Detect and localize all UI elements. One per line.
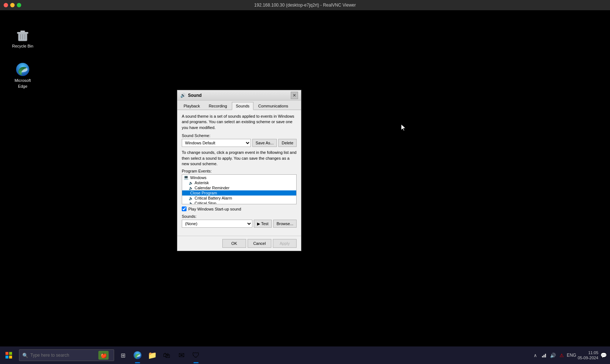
description-text: A sound theme is a set of sounds applied…: [182, 114, 297, 130]
minimize-dot[interactable]: [10, 3, 15, 7]
ok-button[interactable]: OK: [222, 239, 246, 248]
taskbar-edge-icon: [133, 351, 142, 360]
task-view-icon: ⊞: [121, 352, 125, 359]
edge-icon-img: [15, 62, 30, 77]
svg-rect-14: [545, 354, 546, 357]
sound-icon: 🔊: [180, 93, 186, 98]
sound-indicator-stop: 🔈: [189, 201, 193, 205]
events-list[interactable]: 💻 Windows 🔈 Asterisk 🔈 Calendar Reminder…: [182, 174, 297, 204]
svg-rect-7: [5, 352, 8, 355]
titlebar: 192.168.100.30 (desktop-e7jq2rt) - RealV…: [0, 0, 610, 10]
sound-dialog: 🔊 Sound ✕ Playback Recording Sounds Comm…: [177, 90, 301, 251]
taskbar-edge-button[interactable]: [130, 346, 145, 364]
test-button[interactable]: ▶ Test: [254, 220, 272, 228]
cursor: [401, 124, 406, 131]
window-controls[interactable]: [4, 3, 21, 7]
sounds-label: Sounds:: [182, 214, 297, 219]
system-tray: ∧ 🔊 ⚠ ENG 11:05 05-09-2024 💬: [532, 350, 610, 361]
edge-active-indicator: [135, 362, 140, 363]
play-icon: ▶: [257, 221, 260, 226]
notification-center-button[interactable]: 💬: [600, 352, 607, 359]
taskbar-shield-icon: 🛡: [192, 351, 200, 360]
search-icon: 🔍: [22, 353, 28, 358]
tray-chevron[interactable]: ∧: [532, 352, 539, 359]
instruction-text: To change sounds, click a program event …: [182, 150, 297, 167]
sound-scheme-label: Sound Scheme:: [182, 133, 297, 138]
dialog-close-button[interactable]: ✕: [291, 92, 298, 99]
tray-network-icon[interactable]: [541, 352, 548, 359]
tabs-bar: Playback Recording Sounds Communications: [177, 101, 301, 110]
svg-rect-10: [9, 356, 12, 359]
scheme-select[interactable]: Windows Default: [182, 139, 251, 147]
edge-label-line2: Edge: [18, 84, 27, 88]
edge-label-line1: Microsoft: [15, 78, 31, 83]
task-view-button[interactable]: ⊞: [116, 346, 130, 364]
startup-sound-label: Play Windows Start-up sound: [188, 207, 241, 211]
startup-sound-row: Play Windows Start-up sound: [182, 206, 297, 211]
svg-rect-2: [20, 31, 25, 32]
taskbar-mail-icon: ✉: [178, 351, 185, 360]
search-bar[interactable]: 🔍 🍎: [19, 349, 114, 361]
tray-volume-icon[interactable]: 🔊: [549, 352, 557, 359]
event-item-close-program[interactable]: Close Program: [182, 190, 296, 196]
event-item-calendar-reminder[interactable]: 🔈 Calendar Reminder: [182, 185, 296, 190]
sounds-select[interactable]: (None): [182, 220, 252, 228]
svg-rect-13: [543, 355, 545, 357]
tray-warning-icon[interactable]: ⚠: [558, 352, 565, 359]
taskbar-explorer-button[interactable]: 📁: [145, 346, 159, 364]
search-input[interactable]: [30, 353, 96, 358]
tray-date: 05-09-2024: [578, 355, 598, 360]
svg-rect-12: [542, 356, 543, 357]
tab-sounds[interactable]: Sounds: [232, 102, 253, 110]
sounds-row: (None) ▶ Test Browse...: [182, 220, 297, 228]
delete-button[interactable]: Delete: [278, 139, 297, 147]
startup-sound-checkbox[interactable]: [182, 206, 187, 211]
svg-rect-8: [9, 352, 12, 355]
scheme-row: Windows Default Save As... Delete: [182, 139, 297, 147]
save-as-button[interactable]: Save As...: [252, 139, 277, 147]
recycle-bin-icon-img: [15, 28, 30, 42]
start-button[interactable]: [0, 346, 18, 364]
network-svg-icon: [541, 352, 547, 358]
sound-indicator-battery: 🔈: [189, 196, 193, 200]
browse-button[interactable]: Browse...: [273, 220, 297, 228]
svg-rect-1: [17, 32, 28, 34]
program-events-label: Program Events:: [182, 169, 297, 173]
event-group-windows[interactable]: 💻 Windows: [182, 175, 296, 180]
sound-indicator-calendar: 🔈: [189, 186, 193, 190]
dialog-footer: OK Cancel Apply: [177, 236, 301, 251]
event-item-asterisk[interactable]: 🔈 Asterisk: [182, 180, 296, 185]
close-dot[interactable]: [4, 3, 8, 7]
dialog-titlebar: 🔊 Sound ✕: [177, 90, 301, 101]
event-item-critical-stop[interactable]: 🔈 Critical Stop: [182, 201, 296, 204]
shield-active-indicator: [193, 362, 199, 363]
taskbar-store-icon: 🛍: [163, 351, 170, 360]
taskbar-store-button[interactable]: 🛍: [159, 346, 174, 364]
tab-playback[interactable]: Playback: [180, 102, 204, 110]
taskbar-mail-button[interactable]: ✉: [174, 346, 189, 364]
recycle-bin-label: Recycle Bin: [12, 44, 33, 48]
tab-recording[interactable]: Recording: [205, 102, 231, 110]
group-icon: 💻: [184, 175, 189, 180]
search-assistant-icon[interactable]: 🍎: [98, 351, 109, 360]
taskbar-shield-button[interactable]: 🛡: [189, 346, 203, 364]
titlebar-title: 192.168.100.30 (desktop-e7jq2rt) - RealV…: [254, 3, 356, 8]
sound-indicator-asterisk: 🔈: [189, 181, 193, 185]
tray-language[interactable]: ENG: [567, 353, 576, 358]
tab-communications[interactable]: Communications: [254, 102, 292, 110]
dialog-title: 🔊 Sound: [180, 93, 202, 98]
cancel-button[interactable]: Cancel: [248, 239, 271, 248]
maximize-dot[interactable]: [17, 3, 21, 7]
desktop-icon-edge[interactable]: Microsoft Edge: [8, 62, 37, 88]
taskbar: 🔍 🍎 ⊞ 📁 🛍 ✉: [0, 346, 610, 364]
tray-time: 11:05: [578, 350, 598, 355]
dialog-content: A sound theme is a set of sounds applied…: [177, 110, 301, 236]
desktop-icon-recycle-bin[interactable]: Recycle Bin: [8, 28, 37, 48]
desktop: Recycle Bin Microsoft: [0, 10, 610, 354]
svg-rect-9: [5, 356, 8, 359]
taskbar-explorer-icon: 📁: [148, 351, 157, 360]
event-item-critical-battery[interactable]: 🔈 Critical Battery Alarm: [182, 196, 296, 201]
windows-logo-icon: [5, 352, 12, 359]
tray-clock[interactable]: 11:05 05-09-2024: [578, 350, 598, 361]
apply-button[interactable]: Apply: [273, 239, 297, 248]
